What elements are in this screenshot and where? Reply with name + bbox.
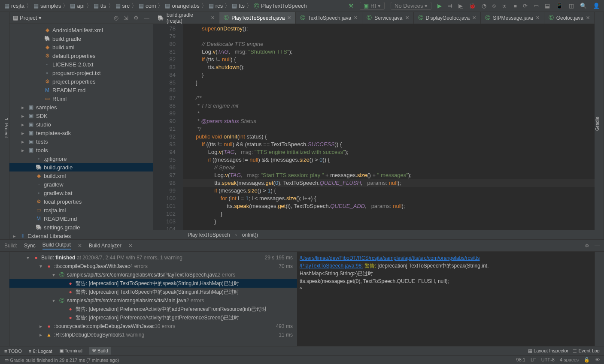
tree-item-proguard-project.txt[interactable]: ▫proguard-project.txt (9, 69, 153, 77)
tree-item-build.gradle[interactable]: 🐘build.gradle (9, 163, 153, 171)
project-dropdown[interactable]: ▤ Project ▾ (13, 15, 42, 21)
build-item[interactable]: ▾●:tts:compileDebugJavaWithJavac 4 error… (9, 262, 297, 271)
bottom-tab-logcat[interactable]: ≡ 6: Logcat (29, 349, 52, 354)
bottom-tab-build[interactable]: ⚒ Build (89, 347, 111, 355)
close-icon[interactable]: ✕ (536, 15, 540, 21)
crumb-samples[interactable]: ▤ samples (33, 3, 61, 9)
lock-icon[interactable]: 🔓 (584, 357, 590, 363)
tree-item-tools[interactable]: ▸▣tools (9, 146, 153, 154)
tree-item-SDK[interactable]: ▸▣SDK (9, 111, 153, 120)
crumb-src[interactable]: ▤ src (115, 3, 130, 9)
close-icon[interactable]: ✕ (472, 15, 476, 21)
bug-icon[interactable]: 🐞 (469, 3, 476, 9)
tab-Geoloc.java[interactable]: ⒸGeoloc.java✕ (544, 12, 595, 24)
crumb-orangelabs[interactable]: ▤ orangelabs (165, 3, 199, 9)
tree-item-LICENSE-2.0.txt[interactable]: ▫LICENSE-2.0.txt (9, 60, 153, 69)
tree-item-rcsjta.iml[interactable]: ▭rcsjta.iml (9, 206, 153, 214)
layout-inspector[interactable]: ▦ Layout Inspector (528, 348, 568, 354)
tree-item-build.xml[interactable]: ◆build.xml (9, 43, 153, 51)
project-tree[interactable]: ◆AndroidManifest.xml🐘build.gradle◆build.… (9, 24, 153, 239)
close-icon[interactable]: ✕ (586, 15, 590, 21)
tree-item-README.md[interactable]: MREADME.md (9, 214, 153, 223)
tree-item-local.properties[interactable]: ⚙local.properties (9, 197, 153, 206)
tree-item-AndroidManifest.xml[interactable]: ◆AndroidManifest.xml (9, 26, 153, 34)
line-sep[interactable]: LF (531, 357, 536, 363)
crumb-api[interactable]: ▤ api (70, 3, 84, 9)
tree-item-External Libraries[interactable]: ▸⫴External Libraries (9, 232, 153, 239)
build-item[interactable]: ●警告: [deprecation] TextToSpeech中的speak(S… (9, 288, 297, 296)
close-icon[interactable]: ✕ (354, 15, 358, 21)
status-icon[interactable]: ▭ (4, 357, 9, 363)
tool-gradle[interactable]: Gradle (595, 114, 600, 132)
close-tab-icon[interactable]: ✕ (78, 243, 82, 249)
tree-item-.gitignore[interactable]: ▫.gitignore (9, 154, 153, 163)
tab-TextToSpeech.java[interactable]: ⒸTextToSpeech.java✕ (296, 12, 362, 24)
close-icon[interactable]: ✕ (405, 15, 409, 21)
build-item[interactable]: ●警告: [deprecation] PreferenceActivity中的a… (9, 305, 297, 313)
user-icon[interactable]: 👤 (593, 3, 600, 9)
tree-item-tests[interactable]: ▸▣tests (9, 137, 153, 146)
bottom-tab-terminal[interactable]: ▣ Terminal (59, 348, 82, 354)
profiler-icon[interactable]: ◔ (482, 3, 486, 9)
bottom-tab-todo[interactable]: ≡ TODO (4, 349, 22, 354)
tree-item-build.xml[interactable]: ◆build.xml (9, 171, 153, 180)
breadcrumb-method[interactable]: onInit() (242, 232, 258, 238)
inspection-icon[interactable]: 👁 (595, 357, 600, 363)
tab-DisplayGeoloc.java[interactable]: ⒸDisplayGeoloc.java✕ (414, 12, 481, 24)
build-tab-sync[interactable]: Sync (24, 243, 36, 249)
search-icon[interactable]: 🔍 (580, 3, 587, 9)
hide-icon[interactable]: — (144, 15, 149, 21)
tree-item-project.properties[interactable]: ⚙project.properties (9, 77, 153, 86)
build-hammer-icon[interactable]: ⚒ (349, 3, 354, 9)
crumb-tts[interactable]: ▤ tts (94, 3, 106, 9)
tree-item-gradlew[interactable]: ▫gradlew (9, 180, 153, 189)
tool-project[interactable]: 1: Project (4, 116, 9, 139)
coverage-icon[interactable]: ▶̲ (458, 3, 463, 9)
build-tab-analyzer[interactable]: Build Analyzer (89, 243, 121, 249)
tree-item-templates-sdk[interactable]: ▸▣templates-sdk (9, 129, 153, 137)
device-dropdown[interactable]: No Devices ▾ (391, 2, 431, 10)
emulator-icon[interactable]: ◫ (569, 3, 574, 9)
tree-item-README.md[interactable]: MREADME.md (9, 86, 153, 94)
tab-SIPMessage.java[interactable]: ⒸSIPMessage.java✕ (481, 12, 544, 24)
debug-run-icon[interactable]: ⇉ (448, 3, 452, 9)
sync-project-icon[interactable]: ⟳ (523, 3, 528, 9)
hide-icon[interactable]: — (595, 243, 600, 249)
gear-icon[interactable]: ⚙ (134, 15, 139, 21)
attach-icon[interactable]: ⎋ (492, 3, 496, 9)
close-icon[interactable]: ✕ (287, 15, 291, 21)
build-item[interactable]: ●警告: [deprecation] PreferenceActivity中的g… (9, 313, 297, 322)
sdk-icon[interactable]: ⬓ (545, 3, 550, 9)
code-view[interactable]: super.onDestroy(); // Deallocate TTS eng… (183, 24, 595, 230)
build-item[interactable]: ▾Ⓒsamples/api/tts/src/com/orangelabs/rcs… (9, 296, 297, 305)
android-debug-icon[interactable]: ⛨ (502, 3, 507, 9)
phone-icon[interactable]: 📱 (556, 3, 563, 9)
tree-item-studio[interactable]: ▸▣studio (9, 120, 153, 129)
crumb-PlayTextToSpeech[interactable]: Ⓒ PlayTextToSpeech (254, 2, 307, 10)
run-config-dropdown[interactable]: ▣RI ▾ (360, 2, 385, 10)
encoding[interactable]: UTF-8 (541, 357, 555, 363)
tree-item-build.gradle[interactable]: 🐘build.gradle (9, 34, 153, 43)
tab-PlayTextToSpeech.java[interactable]: ⒸPlayTextToSpeech.java✕ (219, 12, 296, 24)
locate-icon[interactable]: ◎ (114, 15, 118, 21)
tree-item-settings.gradle[interactable]: 🐘settings.gradle (9, 223, 153, 232)
close-tab-icon[interactable]: ✕ (128, 243, 133, 249)
gear-icon[interactable]: ⚙ (585, 243, 589, 249)
tab-Service.java[interactable]: ⒸService.java✕ (362, 12, 413, 24)
expand-icon[interactable]: ⇲ (124, 15, 128, 21)
event-log[interactable]: ☰ Event Log (573, 348, 600, 354)
avd-icon[interactable]: ▭ (534, 3, 539, 9)
tree-item-samples[interactable]: ▸▣samples (9, 103, 153, 111)
build-output-console[interactable]: /Users/limao/dev/FiboDT/RCS/rcsjta/sampl… (297, 252, 595, 346)
tree-item-gradlew.bat[interactable]: ▫gradlew.bat (9, 189, 153, 197)
build-item[interactable]: ▾●Build: finished at 2020/8/7, 2:44 PM w… (9, 253, 297, 262)
tree-item-RI.iml[interactable]: ▭RI.iml (9, 94, 153, 103)
indent[interactable]: 4 spaces (560, 357, 579, 363)
close-icon[interactable]: ✕ (211, 15, 215, 21)
crumb-tts[interactable]: ▤ tts (232, 3, 245, 9)
build-item[interactable]: ▸▲:RI:stripDebugDebugSymbols 1 warning11… (9, 331, 297, 339)
crumb-rcs[interactable]: ▤ rcs (209, 3, 223, 9)
build-tab-output[interactable]: Build Output (42, 242, 71, 250)
breadcrumb-class[interactable]: PlayTextToSpeech (188, 232, 230, 238)
build-item[interactable]: ▸●:bouncycastle:compileDebugJavaWithJava… (9, 322, 297, 331)
